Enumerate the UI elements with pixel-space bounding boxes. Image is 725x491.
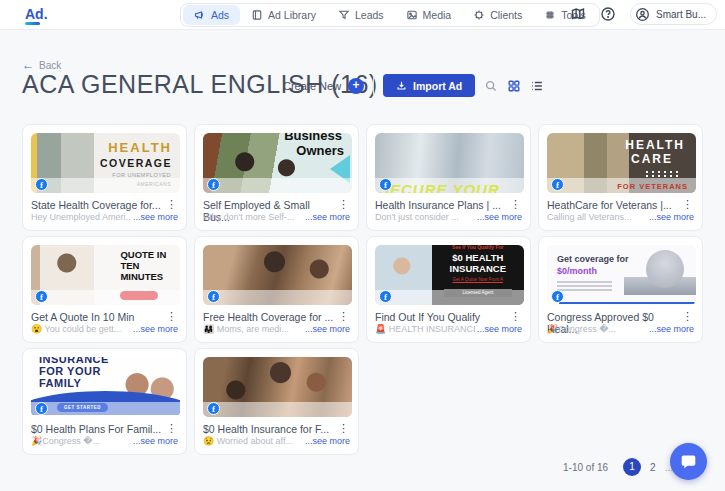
nav-tab-media[interactable]: Media	[395, 5, 463, 25]
chat-widget-button[interactable]	[670, 443, 707, 480]
kebab-menu-icon[interactable]: ⋮	[163, 423, 180, 433]
nav-tab-label: Media	[423, 9, 452, 21]
kebab-menu-icon[interactable]: ⋮	[507, 311, 524, 321]
see-more-link[interactable]: ...see more	[133, 212, 178, 222]
kebab-menu-icon[interactable]: ⋮	[679, 311, 696, 321]
ad-thumbnail: QUOTE IN TEN MINUTES f	[31, 245, 180, 305]
ad-image-text: Get A Quote Now From A	[432, 277, 524, 282]
ad-card[interactable]: QUOTE IN TEN MINUTES f Get A Quote In 10…	[22, 236, 187, 343]
ad-thumbnail: f	[203, 357, 352, 417]
ad-description: Don't just consider ...	[375, 212, 459, 222]
ad-title: Get A Quote In 10 Min	[31, 311, 134, 323]
arrow-graphic	[330, 155, 350, 183]
nav-tab-label: Leads	[355, 9, 384, 21]
nav-tab-clients[interactable]: Clients	[462, 5, 533, 25]
ad-image-text: INSURANCE	[432, 263, 524, 274]
nav-tab-ad-library[interactable]: Ad Library	[240, 5, 327, 25]
avatar-icon	[635, 7, 650, 22]
ad-description: 🚨 HEALTH INSURANCE ...	[375, 324, 475, 334]
ad-thumbnail: HEALTH COVERAGE FOR UNEMPLOYED AMERICANS…	[31, 133, 180, 193]
list-view-icon[interactable]	[530, 79, 544, 93]
ad-thumbnail: HEALTH CARE FOR VETERANS f	[547, 133, 696, 193]
see-more-link[interactable]: ...see more	[477, 324, 522, 334]
nav-tab-label: Ads	[211, 9, 229, 21]
kebab-menu-icon[interactable]: ⋮	[163, 199, 180, 209]
ad-description: 😟 Worried about aff...	[203, 436, 293, 446]
see-more-link[interactable]: ...see more	[305, 436, 350, 446]
ad-card[interactable]: HEALTH COVERAGE FOR UNEMPLOYED AMERICANS…	[22, 124, 187, 231]
ad-description: Why don't more Self-...	[203, 212, 294, 222]
ad-image-text: SECURE YOUR	[379, 181, 500, 193]
import-ad-button[interactable]: Import Ad	[383, 74, 475, 97]
ad-description: Calling all Veterans...	[547, 212, 632, 222]
title-actions: Create New + Import Ad	[283, 74, 544, 97]
facebook-icon: f	[207, 402, 220, 415]
ad-thumbnail: SECURE YOUR f	[375, 133, 524, 193]
ad-card[interactable]: HEALTH CARE FOR VETERANS f HeathCare for…	[538, 124, 703, 231]
account-menu[interactable]: Smart Bu...	[630, 3, 717, 25]
ad-description: 👨‍👩‍👧 Moms, are medi...	[203, 324, 289, 334]
ad-card[interactable]: See If You Qualify For $0 HEALTH INSURAN…	[366, 236, 531, 343]
ad-card[interactable]: INSURANCE FOR YOUR FAMILY GET STARTED f …	[22, 348, 187, 455]
kebab-menu-icon[interactable]: ⋮	[163, 311, 180, 321]
kebab-menu-icon[interactable]: ⋮	[335, 199, 352, 209]
ad-description: 😮 You could be gett...	[31, 324, 121, 334]
ad-image-text: HEALTH	[108, 140, 172, 155]
ad-card[interactable]: f $0 Health Insurance for F... ⋮ 😟 Worri…	[194, 348, 359, 455]
ad-image-text: MINUTES	[120, 271, 163, 282]
ad-image-text: AMERICANS	[137, 181, 171, 187]
back-label: Back	[39, 60, 61, 71]
ad-card[interactable]: Business Owners f Self Employed & Small …	[194, 124, 359, 231]
facebook-icon: f	[35, 290, 48, 303]
see-more-link[interactable]: ...see more	[133, 324, 178, 334]
create-new-button[interactable]: Create New +	[283, 78, 364, 94]
kebab-menu-icon[interactable]: ⋮	[679, 199, 696, 209]
ad-title: $0 Health Plans For Famil...	[31, 423, 161, 435]
facebook-icon: f	[551, 290, 564, 303]
see-more-link[interactable]: ...see more	[305, 212, 350, 222]
facebook-icon: f	[35, 402, 48, 415]
facebook-icon: f	[551, 178, 564, 191]
ad-image-text: See If You Qualify For	[432, 245, 524, 250]
funnel-icon	[338, 9, 350, 21]
ad-description: Hey Unemployed Ameri...	[31, 212, 131, 222]
ad-image-text: Business	[284, 133, 342, 143]
help-icon[interactable]	[600, 6, 616, 22]
image-icon	[406, 9, 418, 21]
capitol-dome-graphic	[646, 250, 684, 288]
search-icon[interactable]	[484, 79, 498, 93]
app-logo[interactable]: Ad.	[25, 6, 48, 25]
divider	[373, 77, 374, 95]
kebab-menu-icon[interactable]: ⋮	[335, 311, 352, 321]
facebook-icon: f	[35, 178, 48, 191]
ad-card[interactable]: Get coverage for $0/month f Congress App…	[538, 236, 703, 343]
map-icon[interactable]	[570, 6, 586, 22]
see-more-link[interactable]: ...see more	[305, 324, 350, 334]
nav-tab-leads[interactable]: Leads	[327, 5, 395, 25]
ad-image-text: $0 HEALTH	[432, 252, 524, 263]
ad-image-text: Owners	[296, 143, 344, 158]
grid-dots-icon	[544, 9, 556, 21]
ad-card[interactable]: f Free Health Coverage for ... ⋮ 👨‍👩‍👧 M…	[194, 236, 359, 343]
pagination-range: 1-10 of 16	[563, 462, 608, 473]
page-2-button[interactable]: 2	[650, 462, 656, 473]
import-ad-label: Import Ad	[413, 80, 462, 92]
nav-tab-label: Clients	[490, 9, 522, 21]
see-more-link[interactable]: ...see more	[477, 212, 522, 222]
see-more-link[interactable]: ...see more	[649, 324, 694, 334]
page-1-button[interactable]: 1	[623, 458, 641, 476]
see-more-link[interactable]: ...see more	[649, 212, 694, 222]
grid-view-icon[interactable]	[507, 79, 521, 93]
ad-image-text: $0/month	[557, 266, 597, 276]
kebab-menu-icon[interactable]: ⋮	[507, 199, 524, 209]
ad-card-grid: HEALTH COVERAGE FOR UNEMPLOYED AMERICANS…	[22, 124, 703, 455]
ad-image-text: Licensed Agent	[444, 289, 513, 297]
nav-tab-ads[interactable]: Ads	[183, 5, 240, 25]
see-more-link[interactable]: ...see more	[133, 436, 178, 446]
ad-title: Find Out If You Qualify	[375, 311, 480, 323]
cta-pill-graphic	[120, 291, 158, 300]
kebab-menu-icon[interactable]: ⋮	[335, 423, 352, 433]
ad-thumbnail: Business Owners f	[203, 133, 352, 193]
ad-card[interactable]: SECURE YOUR f Health Insurance Plans | .…	[366, 124, 531, 231]
import-icon	[396, 80, 407, 91]
